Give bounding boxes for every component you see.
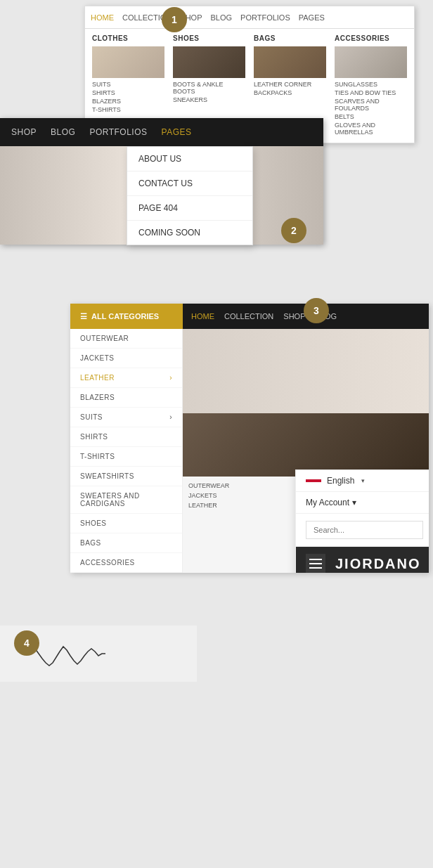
sidebar-leather[interactable]: LEATHER › <box>70 368 182 388</box>
sidebar-blazers[interactable]: BLAZERS <box>70 388 182 408</box>
step-badge-4: 4 <box>14 630 39 656</box>
panel3-product-image <box>183 413 429 477</box>
sublink-leather[interactable]: LEATHER <box>188 500 306 510</box>
mobile-header: JIORDANO <box>296 547 429 573</box>
p2-nav-pages[interactable]: PAGES <box>162 127 192 137</box>
mega-col-header-shoes: SHOES <box>173 34 245 42</box>
step-badge-2: 2 <box>281 218 306 243</box>
link-tshirts[interactable]: T-SHIRTS <box>92 106 164 113</box>
my-account-row[interactable]: My Account ▾ <box>296 492 429 514</box>
dropdown-contact-us[interactable]: CONTACT US <box>127 171 252 196</box>
p3-nav-shop[interactable]: SHOP <box>283 312 305 320</box>
mega-col-header-accessories: ACCESSORIES <box>335 34 407 42</box>
category-sidebar: OUTERWEAR JACKETS LEATHER › BLAZERS SUIT… <box>70 329 183 573</box>
chevron-right-icon-suits: › <box>169 413 172 421</box>
link-sunglasses[interactable]: SUNGLASSES <box>335 81 407 88</box>
step-number-3: 3 <box>314 305 319 316</box>
hamburger-line-2 <box>309 563 322 564</box>
panel1-navbar: HOME COLLECTION SHOP BLOG PORTFOLIOS PAG… <box>85 6 414 29</box>
panel3-overlay: English ▾ USD ▾ My Account ▾ 🔍 <box>295 469 429 573</box>
step-number-4: 4 <box>24 637 30 649</box>
panel3-category-nav: ☰ ALL CATEGORIES HOME COLLECTION SHOP BL… <box>70 304 429 573</box>
hamburger-line-3 <box>309 567 322 569</box>
link-belts[interactable]: BELTS <box>335 113 407 120</box>
sidebar-shoes[interactable]: SHOES <box>70 514 182 533</box>
link-sneakers[interactable]: SNEAKERS <box>173 96 245 103</box>
language-label[interactable]: English <box>327 476 354 486</box>
account-label: My Account <box>306 498 349 507</box>
panel3-hero-image <box>183 329 429 413</box>
mega-col-header-bags: BAGS <box>254 34 326 42</box>
sidebar-tshirts[interactable]: T-SHIRTS <box>70 447 182 467</box>
sidebar-shirts[interactable]: SHIRTS <box>70 427 182 447</box>
panel3-topbar: ☰ ALL CATEGORIES HOME COLLECTION SHOP BL… <box>70 304 429 329</box>
step-number-1: 1 <box>172 14 177 25</box>
dropdown-page-404[interactable]: PAGE 404 <box>127 196 252 221</box>
mega-col-accessories: ACCESSORIES SUNGLASSES TIES AND BOW TIES… <box>330 34 411 137</box>
brand-logo: JIORDANO <box>335 556 421 572</box>
sidebar-bags[interactable]: BAGS <box>70 533 182 553</box>
sidebar-outerwear[interactable]: OUTERWEAR <box>70 329 182 349</box>
link-scarves[interactable]: SCARVES AND FOULARDS <box>335 98 407 112</box>
shoes-image <box>173 46 245 78</box>
nav-pages[interactable]: PAGES <box>299 13 325 22</box>
link-blazers[interactable]: BLAZERS <box>92 98 164 105</box>
step-number-2: 2 <box>291 225 297 236</box>
nav-home[interactable]: HOME <box>91 13 114 22</box>
step-badge-1: 1 <box>162 7 187 32</box>
link-shirts[interactable]: SHIRTS <box>92 89 164 96</box>
search-row: 🔍 🛍 5 <box>296 514 429 547</box>
sidebar-accessories[interactable]: ACCESSORIES <box>70 553 182 573</box>
sublink-outerwear[interactable]: OUTERWEAR <box>188 481 306 491</box>
chevron-right-icon: › <box>169 374 172 382</box>
link-ties[interactable]: TIES AND BOW TIES <box>335 89 407 96</box>
link-suits[interactable]: SUITS <box>92 81 164 88</box>
step-badge-3: 3 <box>304 298 329 323</box>
language-dropdown-arrow: ▾ <box>361 477 365 484</box>
hamburger-button[interactable] <box>306 554 325 573</box>
clothes-image <box>92 46 164 78</box>
sublink-jackets[interactable]: JACKETS <box>188 491 306 500</box>
p2-nav-blog[interactable]: BLOG <box>51 127 75 137</box>
bags-image <box>254 46 326 78</box>
nav-blog[interactable]: BLOG <box>210 13 232 22</box>
nav-portfolios[interactable]: PORTFOLIOS <box>240 13 290 22</box>
uk-flag-icon <box>306 476 321 486</box>
sidebar-sweatshirts[interactable]: SWEATSHIRTS <box>70 467 182 486</box>
panel2-navbar: SHOP BLOG PORTFOLIOS PAGES <box>0 118 323 146</box>
search-input[interactable] <box>306 521 423 539</box>
link-boots[interactable]: BOOTS & ANKLE BOOTS <box>173 81 245 95</box>
p2-nav-portfolios[interactable]: PORTFOLIOS <box>89 127 147 137</box>
panel2-pages-dropdown: SHOP BLOG PORTFOLIOS PAGES ABOUT US CONT… <box>0 118 323 245</box>
sidebar-jackets[interactable]: JACKETS <box>70 349 182 368</box>
pages-dropdown-menu: ABOUT US CONTACT US PAGE 404 COMING SOON <box>127 146 253 245</box>
p2-nav-shop[interactable]: SHOP <box>11 127 37 137</box>
account-arrow: ▾ <box>352 498 356 507</box>
panel3-body: OUTERWEAR JACKETS LEATHER › BLAZERS SUIT… <box>70 329 429 573</box>
dropdown-about-us[interactable]: ABOUT US <box>127 147 252 171</box>
sidebar-suits[interactable]: SUITS › <box>70 408 182 427</box>
all-categories-button[interactable]: ☰ ALL CATEGORIES <box>70 304 183 329</box>
link-backpacks[interactable]: BACKPACKS <box>254 89 326 96</box>
panel3-main-content: OUTERWEAR SHIRTS JACKETS T-SHIRTS LEATHE… <box>183 329 429 573</box>
hamburger-line-1 <box>309 559 322 560</box>
p3-nav-home[interactable]: HOME <box>191 312 214 320</box>
language-row: English ▾ USD ▾ <box>296 470 429 492</box>
link-gloves[interactable]: GLOVES AND UMBRELLAS <box>335 122 407 136</box>
sidebar-sweaters[interactable]: SWEATERS AND CARDIGANS <box>70 486 182 514</box>
menu-icon: ☰ <box>80 312 87 321</box>
link-leather-corner[interactable]: LEATHER CORNER <box>254 81 326 88</box>
accessories-image <box>335 46 407 78</box>
all-categories-label: ALL CATEGORIES <box>91 312 159 320</box>
mega-col-header-clothes: CLOTHES <box>92 34 164 42</box>
dropdown-coming-soon[interactable]: COMING SOON <box>127 221 252 245</box>
p3-nav-collection[interactable]: COLLECTION <box>224 312 273 320</box>
